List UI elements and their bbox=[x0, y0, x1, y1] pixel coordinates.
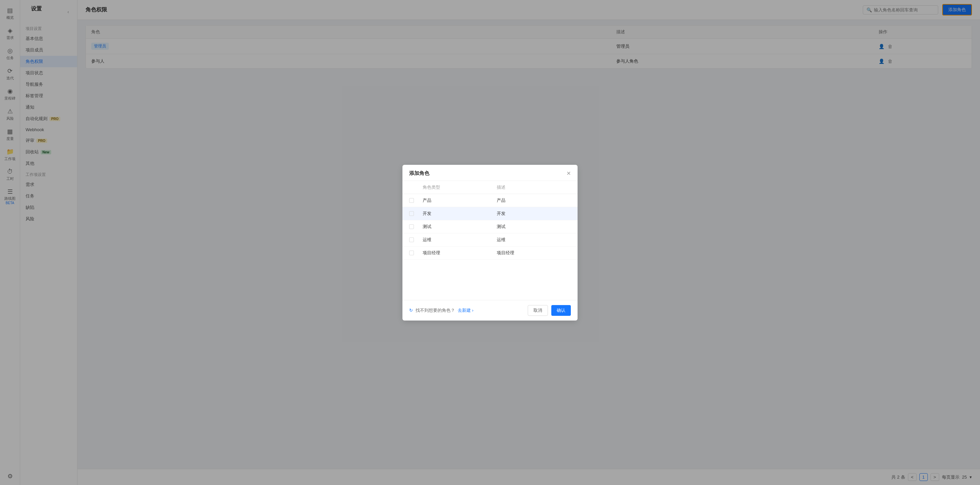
modal-role-item[interactable]: 产品 产品 bbox=[402, 194, 578, 207]
modal-body: 角色类型 描述 产品 产品 开发 开发 测试 测试 运维 bbox=[402, 181, 578, 300]
modal-footer: ↻ 找不到想要的角色？ 去新建 › 取消 确认 bbox=[402, 300, 578, 320]
footer-buttons: 取消 确认 bbox=[528, 305, 571, 316]
footer-hint-text: 找不到想要的角色？ bbox=[415, 307, 455, 314]
role-desc: 产品 bbox=[497, 197, 571, 203]
modal-close-button[interactable]: ✕ bbox=[566, 170, 571, 177]
create-link[interactable]: 去新建 › bbox=[458, 307, 474, 314]
modal-role-item[interactable]: 开发 开发 bbox=[402, 207, 578, 220]
role-desc: 测试 bbox=[497, 223, 571, 230]
modal-cancel-button[interactable]: 取消 bbox=[528, 305, 548, 316]
role-name: 开发 bbox=[423, 211, 497, 217]
role-checkbox-3[interactable] bbox=[409, 238, 414, 242]
footer-left: ↻ 找不到想要的角色？ 去新建 › bbox=[409, 307, 474, 314]
role-name: 测试 bbox=[423, 223, 497, 230]
role-checkbox-2[interactable] bbox=[409, 224, 414, 229]
modal-empty-space bbox=[402, 260, 578, 300]
modal-role-item[interactable]: 项目经理 项目经理 bbox=[402, 247, 578, 260]
modal-list-header: 角色类型 描述 bbox=[402, 181, 578, 194]
modal-confirm-button[interactable]: 确认 bbox=[551, 305, 571, 316]
description-col-header: 描述 bbox=[497, 184, 571, 190]
modal-overlay[interactable]: 添加角色 ✕ 角色类型 描述 产品 产品 开发 开发 测试 bbox=[0, 0, 980, 485]
modal-role-item[interactable]: 测试 测试 bbox=[402, 220, 578, 233]
modal-title: 添加角色 bbox=[409, 170, 430, 177]
role-desc: 项目经理 bbox=[497, 250, 571, 256]
role-name: 项目经理 bbox=[423, 250, 497, 256]
role-name: 产品 bbox=[423, 197, 497, 203]
checkbox-col-header bbox=[409, 184, 423, 190]
role-checkbox-0[interactable] bbox=[409, 198, 414, 203]
role-desc: 运维 bbox=[497, 237, 571, 243]
modal-role-item[interactable]: 运维 运维 bbox=[402, 233, 578, 247]
role-checkbox-4[interactable] bbox=[409, 250, 414, 255]
role-name: 运维 bbox=[423, 237, 497, 243]
modal-header: 添加角色 ✕ bbox=[402, 165, 578, 181]
role-desc: 开发 bbox=[497, 211, 571, 217]
role-checkbox-1[interactable] bbox=[409, 211, 414, 216]
role-type-col-header: 角色类型 bbox=[423, 184, 497, 190]
add-role-modal: 添加角色 ✕ 角色类型 描述 产品 产品 开发 开发 测试 bbox=[402, 165, 578, 320]
refresh-icon[interactable]: ↻ bbox=[409, 308, 413, 313]
